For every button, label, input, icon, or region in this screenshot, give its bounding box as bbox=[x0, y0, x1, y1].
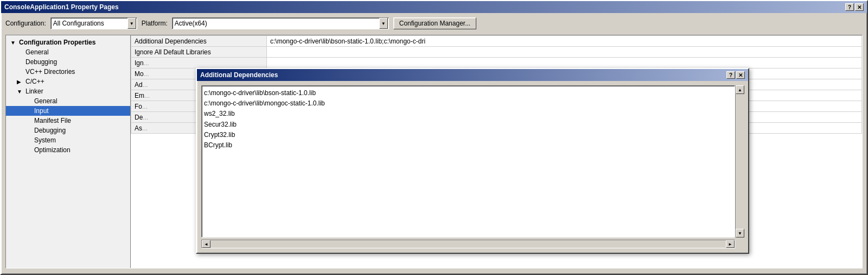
modal-help-button[interactable]: ? bbox=[726, 71, 735, 79]
window-title: ConsoleApplication1 Property Pages bbox=[4, 3, 119, 11]
hscroll-track bbox=[210, 240, 726, 248]
tree-item-linker-general[interactable]: General bbox=[6, 96, 130, 106]
title-bar-buttons: ? ✕ bbox=[845, 3, 864, 11]
scroll-track bbox=[736, 94, 744, 229]
table-row[interactable]: Ignore All Default Libraries bbox=[131, 47, 862, 58]
title-bar: ConsoleApplication1 Property Pages ? ✕ bbox=[1, 1, 867, 13]
tree-item-vcpp-dirs[interactable]: VC++ Directories bbox=[6, 67, 130, 77]
configuration-label: Configuration: bbox=[5, 20, 46, 27]
modal-content: c:\mongo-c-driver\lib\bson-static-1.0.li… bbox=[197, 81, 748, 253]
main-window: ConsoleApplication1 Property Pages ? ✕ C… bbox=[0, 0, 868, 275]
modal-textarea-container: c:\mongo-c-driver\lib\bson-static-1.0.li… bbox=[201, 85, 735, 238]
tree-item-label-linker-debugging: Debugging bbox=[34, 127, 66, 134]
table-row[interactable]: Additional Dependencies c:\mongo-c-drive… bbox=[131, 36, 862, 47]
main-area: ▼ Configuration Properties General Debug… bbox=[5, 35, 863, 268]
tree-item-label-input: Input bbox=[34, 107, 49, 115]
expand-icon-config-props: ▼ bbox=[10, 40, 17, 46]
property-name: Ignore All Default Libraries bbox=[131, 47, 267, 58]
configuration-dropdown-container: All Configurations ▼ bbox=[50, 17, 137, 29]
tree-item-label-vcpp: VC++ Directories bbox=[25, 68, 75, 76]
table-row[interactable]: Ign... bbox=[131, 58, 862, 68]
help-button[interactable]: ? bbox=[845, 3, 854, 11]
modal-scrollbar-vertical: ▲ ▼ bbox=[735, 85, 744, 238]
tree-item-input[interactable]: Input bbox=[6, 106, 130, 116]
close-button[interactable]: ✕ bbox=[855, 3, 864, 11]
right-panel: Additional Dependencies c:\mongo-c-drive… bbox=[131, 35, 862, 268]
property-value bbox=[267, 47, 862, 58]
tree-item-label-cpp: C/C++ bbox=[25, 78, 44, 85]
scrollbar-corner bbox=[735, 240, 744, 248]
tree-item-label-debugging: Debugging bbox=[25, 58, 57, 66]
platform-label: Platform: bbox=[142, 20, 168, 27]
tree-item-linker-debugging[interactable]: Debugging bbox=[6, 126, 130, 135]
tree-item-label-config-props: Configuration Properties bbox=[19, 39, 95, 46]
modal-title-buttons: ? ✕ bbox=[726, 71, 745, 79]
configuration-dropdown[interactable]: All Configurations bbox=[50, 17, 137, 29]
scroll-down-button[interactable]: ▼ bbox=[736, 229, 744, 238]
tree-item-label-system: System bbox=[34, 136, 56, 144]
tree-item-config-props[interactable]: ▼ Configuration Properties bbox=[6, 38, 130, 47]
tree-item-label-manifest: Manifest File bbox=[34, 117, 71, 124]
scroll-right-button[interactable]: ► bbox=[726, 240, 735, 248]
platform-dropdown-container: Active(x64) ▼ bbox=[172, 17, 389, 29]
modal-title-bar: Additional Dependencies ? ✕ bbox=[197, 69, 748, 81]
modal-bottom-area: ◄ ► bbox=[201, 240, 744, 248]
modal-title: Additional Dependencies bbox=[200, 71, 278, 79]
tree-item-optimization[interactable]: Optimization bbox=[6, 145, 130, 155]
property-value bbox=[267, 58, 862, 68]
modal-scrollbar-horizontal: ◄ ► bbox=[201, 240, 735, 248]
left-panel: ▼ Configuration Properties General Debug… bbox=[6, 35, 131, 268]
tree-item-label-linker-general: General bbox=[34, 97, 58, 105]
tree-item-label-general: General bbox=[25, 48, 49, 56]
tree-item-label-linker: Linker bbox=[25, 88, 43, 95]
modal-textarea[interactable]: c:\mongo-c-driver\lib\bson-static-1.0.li… bbox=[202, 86, 735, 237]
tree-item-debugging[interactable]: Debugging bbox=[6, 57, 130, 67]
scroll-up-button[interactable]: ▲ bbox=[736, 85, 744, 94]
property-name: Additional Dependencies bbox=[131, 36, 267, 47]
tree-item-system[interactable]: System bbox=[6, 135, 130, 145]
property-value: c:\mongo-c-driver\lib\bson-static-1.0.li… bbox=[267, 36, 862, 47]
expand-icon-cpp: ▶ bbox=[17, 79, 23, 85]
modal-close-button[interactable]: ✕ bbox=[736, 71, 745, 79]
modal-dialog: Additional Dependencies ? ✕ c:\mongo-c-d… bbox=[196, 68, 749, 254]
property-name: Ign... bbox=[131, 58, 267, 68]
tree-item-manifest-file[interactable]: Manifest File bbox=[6, 116, 130, 126]
toolbar-row: Configuration: All Configurations ▼ Plat… bbox=[5, 17, 863, 29]
config-manager-button[interactable]: Configuration Manager... bbox=[393, 17, 476, 29]
tree-item-cpp[interactable]: ▶ C/C++ bbox=[6, 77, 130, 86]
scroll-left-button[interactable]: ◄ bbox=[202, 240, 210, 248]
tree-item-general[interactable]: General bbox=[6, 47, 130, 57]
expand-icon-linker: ▼ bbox=[17, 89, 23, 95]
window-content: Configuration: All Configurations ▼ Plat… bbox=[1, 13, 867, 273]
platform-dropdown[interactable]: Active(x64) bbox=[172, 17, 389, 29]
modal-textarea-wrapper: c:\mongo-c-driver\lib\bson-static-1.0.li… bbox=[201, 85, 744, 238]
tree-item-linker[interactable]: ▼ Linker bbox=[6, 86, 130, 96]
tree-item-label-optimization: Optimization bbox=[34, 146, 71, 154]
